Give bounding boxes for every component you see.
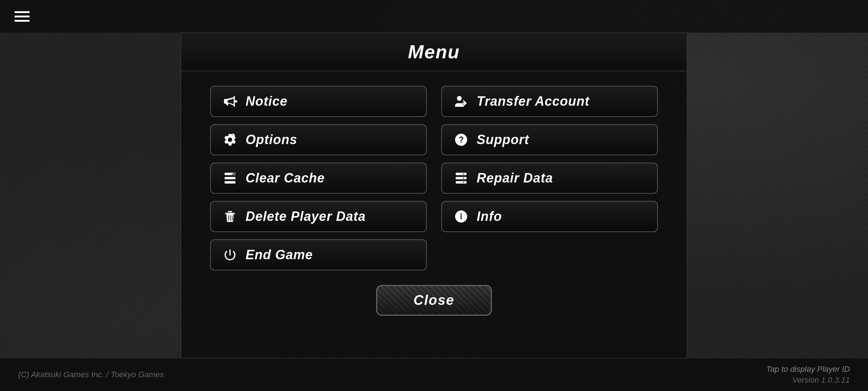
svg-rect-12 (456, 177, 467, 180)
close-button-label: Close (413, 293, 454, 308)
repair-data-button[interactable]: Repair Data (441, 163, 658, 194)
megaphone-icon (222, 93, 238, 110)
bottom-right: Tap to display Player ID Version 1.0.3.1… (766, 365, 850, 385)
notice-button[interactable]: Notice (210, 86, 427, 117)
menu-dialog: Menu Notice (181, 33, 687, 358)
options-button[interactable]: Options (210, 124, 427, 155)
end-game-button[interactable]: End Game (210, 239, 427, 270)
left-column: Notice Options (210, 86, 427, 270)
svg-point-19 (460, 213, 462, 215)
svg-text:i: i (460, 212, 462, 221)
power-icon (222, 247, 238, 263)
notice-button-label: Notice (246, 94, 288, 109)
delete-player-data-button-label: Delete Player Data (246, 209, 366, 224)
end-game-button-label: End Game (246, 247, 313, 262)
transfer-account-button-label: Transfer Account (477, 94, 590, 109)
bottom-bar: (C) Akatsuki Games Inc. / Toekyo Games T… (0, 358, 868, 391)
delete-player-data-button[interactable]: Delete Player Data (210, 201, 427, 232)
close-row: Close (210, 285, 658, 316)
svg-rect-4 (225, 181, 235, 184)
repair-icon (453, 170, 469, 186)
svg-rect-11 (456, 173, 467, 175)
svg-point-1 (231, 134, 235, 137)
svg-rect-3 (225, 177, 235, 180)
hamburger-menu-button[interactable] (14, 11, 30, 22)
question-icon: ? (453, 131, 469, 148)
support-button[interactable]: ? Support (441, 124, 658, 155)
version-text: Version 1.0.3.11 (792, 375, 850, 385)
svg-point-7 (457, 96, 461, 101)
svg-point-0 (235, 100, 237, 103)
options-button-label: Options (246, 132, 297, 147)
cache-icon: ↺ (222, 170, 238, 186)
info-button[interactable]: i Info (441, 201, 658, 232)
top-bar (0, 0, 868, 33)
info-button-label: Info (477, 209, 502, 224)
copyright-text: (C) Akatsuki Games Inc. / Toekyo Games (18, 370, 164, 379)
dialog-content: Notice Options (181, 71, 687, 330)
transfer-icon (453, 93, 469, 110)
svg-text:↺: ↺ (231, 173, 234, 176)
support-button-label: Support (477, 132, 529, 147)
clear-cache-button-label: Clear Cache (246, 171, 325, 186)
repair-data-button-label: Repair Data (477, 171, 553, 186)
settings-icon (222, 131, 238, 148)
button-grid: Notice Options (210, 86, 658, 270)
dialog-title-bar: Menu (181, 33, 687, 71)
info-icon: i (453, 208, 469, 225)
trash-icon (222, 208, 238, 225)
svg-rect-13 (456, 181, 467, 184)
close-button[interactable]: Close (376, 285, 492, 316)
transfer-account-button[interactable]: Transfer Account (441, 86, 658, 117)
tap-display-text[interactable]: Tap to display Player ID (766, 365, 850, 374)
svg-text:?: ? (459, 135, 464, 144)
dialog-title: Menu (181, 41, 687, 63)
clear-cache-button[interactable]: ↺ Clear Cache (210, 163, 427, 194)
right-column: Transfer Account ? Support (441, 86, 658, 270)
